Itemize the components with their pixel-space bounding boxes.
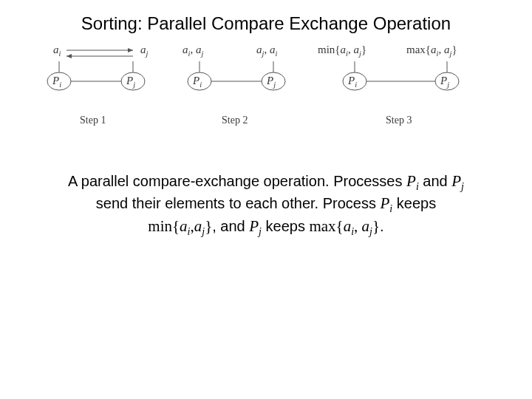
s2-pi: Pi	[193, 75, 202, 89]
s1-aj: aj	[140, 44, 148, 58]
slide-title: Sorting: Parallel Compare Exchange Opera…	[0, 13, 532, 34]
s3-pj: Pj	[440, 75, 449, 89]
s3-min: min{ai, aj}	[318, 44, 366, 58]
figure: ai aj Pi Pj Step 1 ai, aj aj, ai Pi Pj S…	[37, 41, 495, 144]
s2-pair1: ai, aj	[183, 44, 203, 58]
s2-label: Step 2	[222, 115, 248, 126]
caption: A parallel compare-exchange operation. P…	[30, 171, 502, 239]
s2-pj: Pj	[267, 75, 276, 89]
s1-pi: Pi	[52, 75, 61, 89]
s3-max: max{ai, aj}	[406, 44, 457, 58]
s3-label: Step 3	[386, 115, 412, 126]
s2-pair2: aj, ai	[256, 44, 277, 58]
slide: Sorting: Parallel Compare Exchange Opera…	[0, 0, 532, 399]
s1-pj: Pj	[126, 75, 135, 89]
s1-label: Step 1	[80, 115, 106, 126]
s1-ai: ai	[53, 44, 61, 58]
caption-text: A parallel compare-exchange operation. P…	[68, 173, 406, 189]
s3-pi: Pi	[348, 75, 357, 89]
